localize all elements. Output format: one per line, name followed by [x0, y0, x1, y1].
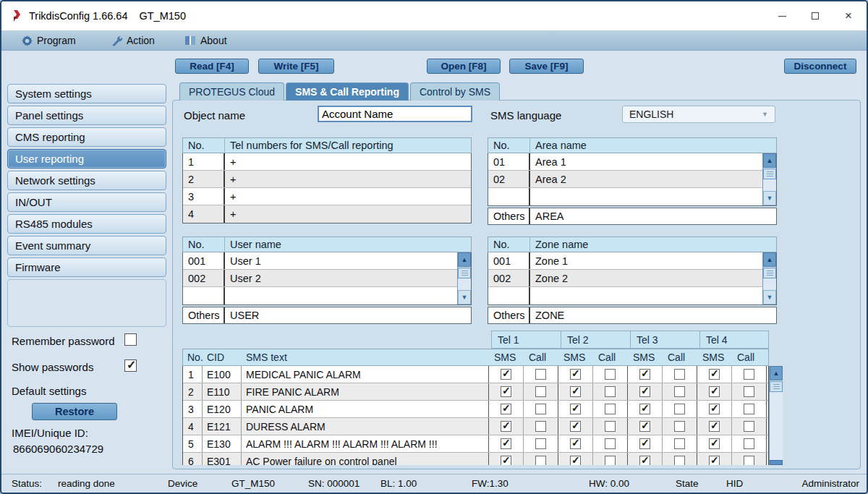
sidebar-item-panel-settings[interactable]: Panel settings — [7, 106, 166, 125]
sidebar-item-event-summary[interactable]: Event summary — [7, 236, 166, 255]
scrollbar-track[interactable] — [763, 279, 776, 290]
sms-checkbox[interactable] — [639, 369, 650, 380]
sms-checkbox[interactable] — [570, 456, 581, 465]
call-checkbox[interactable] — [535, 438, 546, 449]
menu-item-program[interactable]: Program — [22, 30, 76, 51]
sms-checkbox[interactable] — [639, 438, 650, 449]
show-passwords-checkbox[interactable] — [124, 359, 137, 372]
scrollbar[interactable]: ▲▼ — [762, 252, 776, 305]
others-value-cell[interactable]: ZONE — [530, 310, 776, 321]
call-checkbox[interactable] — [674, 386, 685, 397]
call-checkbox[interactable] — [605, 438, 616, 449]
tab-control-by-sms[interactable]: Control by SMS — [410, 82, 500, 101]
scrollbar-track[interactable] — [763, 180, 776, 191]
sms-checkbox[interactable] — [709, 456, 720, 465]
sms-checkbox[interactable] — [570, 386, 581, 397]
call-checkbox[interactable] — [744, 456, 754, 465]
call-checkbox[interactable] — [535, 386, 546, 397]
sms-checkbox[interactable] — [709, 438, 720, 449]
sms-checkbox[interactable] — [501, 421, 511, 432]
sms-checkbox[interactable] — [709, 421, 720, 432]
sms-text-cell[interactable]: ALARM !!! ALARM !!! ALARM !!! ALARM !!! — [242, 435, 489, 452]
sidebar-item-firmware[interactable]: Firmware — [7, 257, 166, 277]
name-cell[interactable]: Zone 2 — [530, 273, 762, 284]
tab-protegus-cloud[interactable]: PROTEGUS Cloud — [179, 82, 284, 101]
scroll-down-icon[interactable] — [770, 460, 783, 465]
scroll-up-icon[interactable]: ▲ — [770, 366, 783, 380]
call-checkbox[interactable] — [535, 369, 546, 380]
call-checkbox[interactable] — [744, 404, 754, 414]
sms-text-cell[interactable]: MEDICAL PANIC ALARM — [242, 366, 489, 383]
name-cell[interactable]: + — [225, 156, 471, 168]
scrollbar[interactable]: ▲▼ — [762, 153, 776, 205]
call-checkbox[interactable] — [535, 456, 546, 465]
call-checkbox[interactable] — [605, 369, 616, 380]
call-checkbox[interactable] — [744, 369, 754, 380]
sms-language-dropdown[interactable]: ENGLISH ▼ — [622, 106, 775, 123]
sms-checkbox[interactable] — [639, 386, 650, 397]
scroll-up-icon[interactable]: ▲ — [763, 153, 776, 168]
read-button[interactable]: Read [F4] — [175, 59, 249, 74]
sidebar-item-system-settings[interactable]: System settings — [7, 84, 166, 103]
restore-button[interactable]: Restore — [32, 403, 117, 420]
call-checkbox[interactable] — [744, 438, 754, 449]
sms-checkbox[interactable] — [570, 438, 581, 449]
sidebar-item-in-out[interactable]: IN/OUT — [7, 192, 166, 212]
name-cell[interactable]: + — [225, 174, 471, 185]
call-checkbox[interactable] — [535, 421, 546, 432]
menu-item-action[interactable]: Action — [111, 30, 155, 51]
scrollbar-thumb[interactable] — [763, 268, 776, 278]
object-name-input[interactable] — [318, 106, 472, 122]
call-checkbox[interactable] — [535, 404, 546, 414]
sms-text-cell[interactable]: FIRE PANIC ALARM — [242, 383, 489, 400]
sms-checkbox[interactable] — [639, 404, 650, 414]
sms-checkbox[interactable] — [570, 404, 581, 414]
sms-checkbox[interactable] — [570, 421, 581, 432]
scrollbar[interactable]: ▲▼ — [457, 252, 471, 305]
save-button[interactable]: Save [F9] — [509, 59, 584, 74]
minimize-icon[interactable] — [765, 1, 799, 30]
call-checkbox[interactable] — [674, 421, 685, 432]
sms-checkbox[interactable] — [639, 421, 650, 432]
sms-checkbox[interactable] — [501, 438, 511, 449]
sms-checkbox[interactable] — [709, 386, 720, 397]
open-button[interactable]: Open [F8] — [427, 59, 501, 74]
call-checkbox[interactable] — [674, 438, 685, 449]
sms-text-cell[interactable]: PANIC ALARM — [242, 401, 489, 417]
sms-checkbox[interactable] — [639, 456, 650, 465]
call-checkbox[interactable] — [674, 456, 685, 465]
close-icon[interactable]: × — [832, 1, 865, 30]
call-checkbox[interactable] — [605, 404, 616, 414]
name-cell[interactable]: + — [225, 208, 471, 220]
write-button[interactable]: Write [F5] — [258, 59, 334, 74]
sms-text-cell[interactable]: AC Power failure on control panel — [242, 453, 489, 465]
sidebar-item-cms-reporting[interactable]: CMS reporting — [7, 127, 166, 147]
disconnect-button[interactable]: Disconnect — [784, 59, 856, 74]
sms-checkbox[interactable] — [501, 456, 511, 465]
sms-text-cell[interactable]: DURESS ALARM — [242, 418, 489, 435]
tab-sms-call-reporting[interactable]: SMS & Call Reporting — [286, 82, 409, 101]
sms-checkbox[interactable] — [501, 404, 511, 414]
remember-password-checkbox[interactable] — [124, 333, 137, 346]
scrollbar-track[interactable] — [770, 393, 783, 460]
name-cell[interactable]: Area 2 — [530, 174, 762, 185]
name-cell[interactable]: User 1 — [225, 255, 457, 267]
sms-checkbox[interactable] — [501, 386, 511, 397]
scroll-up-icon[interactable]: ▲ — [763, 252, 776, 267]
menu-item-about[interactable]: About — [184, 30, 227, 51]
call-checkbox[interactable] — [674, 369, 685, 380]
others-value-cell[interactable]: AREA — [530, 210, 776, 222]
sms-checkbox[interactable] — [501, 369, 511, 380]
call-checkbox[interactable] — [674, 404, 685, 414]
maximize-icon[interactable] — [799, 1, 832, 30]
scrollbar-thumb[interactable] — [458, 268, 471, 278]
others-value-cell[interactable]: USER — [225, 310, 471, 321]
sms-checkbox[interactable] — [709, 369, 720, 380]
scroll-down-icon[interactable]: ▼ — [763, 191, 776, 205]
name-cell[interactable]: User 2 — [225, 273, 457, 284]
call-checkbox[interactable] — [605, 386, 616, 397]
scrollbar-thumb[interactable] — [770, 381, 783, 392]
sms-checkbox[interactable] — [709, 404, 720, 414]
scrollbar-thumb[interactable] — [763, 169, 776, 179]
sidebar-item-network-settings[interactable]: Network settings — [7, 171, 166, 190]
